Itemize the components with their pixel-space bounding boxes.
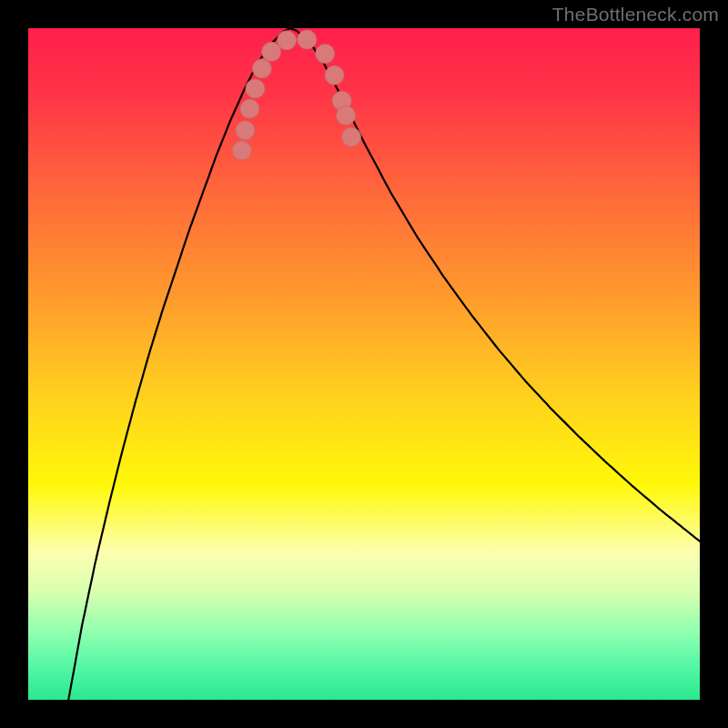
highlight-point [316, 45, 335, 64]
highlight-point [246, 79, 265, 98]
highlight-point [342, 127, 361, 147]
plot-area [28, 28, 700, 700]
plot-svg [28, 28, 700, 700]
outer-frame: TheBottleneck.com [0, 0, 728, 728]
watermark-text: TheBottleneck.com [552, 4, 719, 25]
highlight-point [337, 106, 356, 125]
highlight-point [298, 30, 317, 49]
highlight-point [325, 66, 344, 85]
gradient-background [28, 28, 700, 700]
highlight-point [252, 59, 271, 78]
highlight-point [236, 121, 255, 140]
highlight-point [278, 31, 297, 50]
highlight-point [240, 99, 259, 118]
highlight-point [232, 141, 251, 160]
